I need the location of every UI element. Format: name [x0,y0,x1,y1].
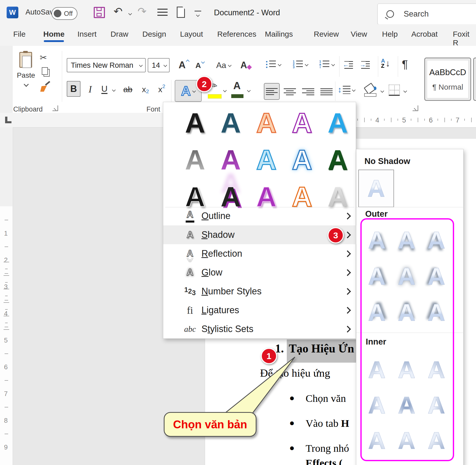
menu-item-number-styles[interactable]: 123Number Styles [163,282,356,301]
shadow-swatch-in-l[interactable]: A [362,388,392,423]
text-effect-style-5[interactable]: A [320,104,356,141]
new-document-icon[interactable] [177,7,185,18]
subscript-button[interactable]: x2 [140,83,151,96]
borders-button[interactable] [389,85,400,96]
underline-button[interactable]: U [99,83,110,96]
tab-stop-selector[interactable] [4,115,12,125]
line-spacing-button[interactable]: ↕ [338,85,355,94]
tab-acrobat[interactable]: Acrobat [411,30,438,42]
tab-home[interactable]: Home [43,30,64,42]
undo-dropdown-icon[interactable] [128,12,132,15]
tab-references[interactable]: References [217,30,256,42]
font-name-combo[interactable]: Times New Roman [67,58,146,72]
shadow-swatch-sh-tl[interactable]: A [421,294,451,331]
text-effect-style-4[interactable]: A [284,104,320,141]
shadow-swatch-in-t[interactable]: A [392,352,421,388]
change-case-button[interactable]: Aa [214,58,233,72]
font-name-value: Times New Roman [71,61,133,70]
text-effect-style-7[interactable]: A [213,141,249,178]
shading-button[interactable] [364,84,377,98]
menu-item-reflection[interactable]: AReflection [163,244,356,263]
shadow-swatch-sh-c[interactable]: A [392,258,421,294]
shadow-swatch-sh-l[interactable]: A [421,258,451,294]
font-color-button[interactable]: A [230,80,245,101]
shadow-swatch-sh-tr[interactable]: A [362,294,392,331]
multilevel-list-button[interactable]: 1ai [318,60,334,69]
vertical-ruler[interactable]: 123456789 [0,127,13,465]
paste-dropdown-icon[interactable] [24,82,29,87]
bullets-button[interactable]: ■■■ [265,60,281,69]
tab-file[interactable]: File [13,30,25,42]
menu-item-glow[interactable]: AGlow [163,263,356,282]
text-effect-style-1[interactable]: A [177,104,213,141]
clear-formatting-button[interactable]: A [238,58,253,72]
search-box[interactable]: Search [377,4,476,24]
font-name-dropdown-icon[interactable] [139,63,143,67]
text-effect-style-9[interactable]: A [284,141,320,178]
redo-button[interactable]: ↷ [138,6,146,17]
justify-button[interactable] [320,86,333,98]
font-size-combo[interactable]: 14 [148,58,170,72]
shadow-swatch-in-r[interactable]: A [421,388,451,423]
shadow-swatch-in-br[interactable]: A [421,423,451,458]
text-effect-style-8[interactable]: A [249,141,284,178]
tab-layout[interactable]: Layout [180,30,203,42]
shadow-swatch-sh-r[interactable]: A [362,258,392,294]
paragraph-dialog-launcher[interactable] [413,105,418,111]
decrease-indent-button[interactable]: ← [344,61,353,69]
shadow-swatch-sh-t[interactable]: A [392,294,421,331]
show-formatting-marks-button[interactable]: ¶ [402,58,408,71]
menu-item-stylistic-sets[interactable]: abcStylistic Sets [163,320,356,338]
grow-font-button[interactable]: A [176,58,191,72]
shadow-swatch-in-c[interactable]: A [392,388,421,423]
paste-button[interactable]: Paste [15,50,37,97]
menu-item-outline[interactable]: AOutline [163,207,356,225]
increase-indent-button[interactable]: → [361,61,370,69]
shadow-swatch-sh-b[interactable]: A [392,222,421,258]
shadow-swatch-sh-br[interactable]: A [362,222,392,258]
shadow-swatch-in-bl[interactable]: A [362,423,392,458]
tab-mailings[interactable]: Mailings [265,30,293,42]
clipboard-dialog-launcher[interactable] [52,105,58,111]
document-text-area[interactable]: 1. Tạo Hiệu Ứn Để tạo hiệu ứng ●Chọn văn… [205,339,356,465]
text-effect-style-2[interactable]: A [213,104,249,141]
superscript-button[interactable]: x2 [156,83,168,96]
text-effect-style-6[interactable]: A [177,141,213,178]
cut-icon[interactable]: ✂ [40,52,47,63]
tab-insert[interactable]: Insert [77,30,97,42]
strikethrough-button[interactable]: ab [121,84,135,95]
shadow-swatch-sh-bl[interactable]: A [421,222,451,258]
tab-draw[interactable]: Draw [111,30,128,42]
tab-view[interactable]: View [351,30,367,42]
undo-button[interactable]: ↶ [114,6,123,17]
style-normal-chip[interactable]: AaBbCcD ¶ Normal [424,58,471,101]
shadow-swatch-in-tl[interactable]: A [362,352,392,388]
shadow-swatch-in-tr[interactable]: A [421,352,451,388]
bold-button[interactable]: B [67,81,80,97]
v-ruler-number: 9 [0,443,12,451]
shrink-font-button[interactable]: A [193,59,206,72]
sort-button[interactable]: AZ↓ [381,58,390,69]
menu-item-label: Reflection [201,248,242,259]
text-effect-style-10[interactable]: A [320,141,356,178]
qat-more-button[interactable] [195,11,201,17]
text-effect-style-3[interactable]: A [249,104,284,141]
align-right-button[interactable] [302,86,314,98]
numbering-button[interactable]: 123 [292,60,308,69]
menu-item-ligatures[interactable]: fiLigatures [163,301,356,320]
shadow-swatch-in-b[interactable]: A [392,423,421,458]
line-spacing-qat-icon[interactable] [157,9,168,16]
align-left-button[interactable] [264,83,280,100]
font-size-dropdown-icon[interactable] [164,63,167,67]
italic-button[interactable]: I [86,82,95,96]
tab-review[interactable]: Review [314,30,339,42]
save-icon[interactable] [94,7,105,18]
align-center-button[interactable] [284,86,296,98]
format-painter-icon[interactable] [40,82,51,93]
no-shadow-swatch[interactable]: A [358,170,394,207]
autosave-toggle[interactable]: Off [51,7,77,20]
tab-design[interactable]: Design [142,30,166,42]
copy-icon[interactable] [42,67,48,75]
tab-help[interactable]: Help [382,30,398,42]
style-next-chip-partial[interactable]: A [473,58,476,101]
